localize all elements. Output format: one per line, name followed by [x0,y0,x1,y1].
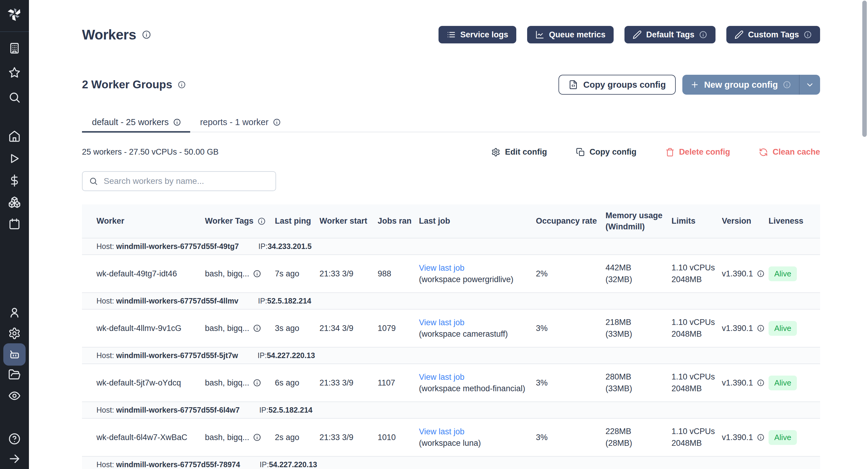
host-row: Host: windmill-workers-67757d55f-6l4w7 I… [82,402,820,418]
host-row: Host: windmill-workers-67757d55f-78974 I… [82,456,820,469]
delete-config-button[interactable]: Delete config [665,147,730,157]
view-last-job-link[interactable]: View last job [419,373,464,382]
worker-row: wk-default-5jt7w-oYdcq bash, bigq... 6s … [82,364,820,402]
worker-group-tabs: default - 25 workers reports - 1 worker [82,113,820,132]
plus-icon [690,80,699,89]
dollar-icon[interactable] [0,174,29,187]
last-job-workspace: (workspace powergridlive) [419,275,530,284]
occupancy-rate: 3% [536,309,606,347]
host-name: windmill-workers-67757d55f-5jt7w [116,351,238,359]
eye-icon[interactable] [0,389,29,402]
host-ip: 52.5.182.214 [269,406,313,414]
worker-row: wk-default-4llmv-9v1cG bash, bigq... 3s … [82,309,820,347]
calendar-icon[interactable] [0,218,29,230]
page-title: Workers [82,27,136,43]
edit-config-button[interactable]: Edit config [491,147,547,157]
host-ip: 54.227.220.13 [267,351,315,359]
new-group-config-dropdown[interactable] [799,75,820,95]
liveness-badge: Alive [769,430,797,445]
worker-name: wk-default-49tg7-idt46 [82,255,205,293]
chevron-down-icon [805,80,814,89]
host-name: windmill-workers-67757d55f-6l4w7 [116,406,240,414]
jobs-ran: 1010 [378,418,419,456]
col-version: Version [722,205,769,238]
info-icon[interactable] [253,324,261,333]
worker-tags: bash, bigq... [205,433,249,442]
tab-default[interactable]: default - 25 workers [82,113,190,133]
version: v1.390.1 [722,364,769,402]
default-tags-button[interactable]: Default Tags [624,26,715,43]
pencil-icon [632,30,642,39]
last-job-workspace: (workspace method-financial) [419,384,530,393]
building-icon[interactable] [0,42,29,55]
settings-icon[interactable] [0,327,29,340]
windmill-logo[interactable] [0,6,29,22]
gear-icon [491,148,500,157]
info-icon[interactable] [273,118,281,126]
info-icon[interactable] [757,433,765,441]
version: v1.390.1 [722,309,769,347]
occupancy-rate: 3% [536,418,606,456]
memory-usage: 280MB(33MB) [606,364,672,402]
clean-cache-button[interactable]: Clean cache [759,147,820,157]
col-memory-usage: Memory usage (Windmill) [606,205,672,238]
info-icon[interactable] [757,379,765,387]
copy-groups-config-button[interactable]: Copy groups config [558,75,676,95]
home-icon[interactable] [0,130,29,143]
view-last-job-link[interactable]: View last job [419,427,464,436]
worker-start: 21:33 3/9 [319,418,378,456]
col-occupancy-rate: Occupancy rate [536,205,606,238]
info-icon[interactable] [173,118,181,126]
info-icon[interactable] [253,379,261,387]
boxes-icon[interactable] [0,196,29,209]
view-last-job-link[interactable]: View last job [419,318,464,327]
custom-tags-button[interactable]: Custom Tags [726,26,820,43]
info-icon [699,30,707,39]
host-ip: 54.227.220.13 [269,460,317,469]
search-icon[interactable] [0,91,29,104]
group-summary: 25 workers - 27.50 vCPUs - 50.00 GB [82,147,218,157]
col-limits: Limits [672,205,722,238]
view-last-job-link[interactable]: View last job [419,263,464,273]
play-icon[interactable] [0,152,29,165]
host-ip: 34.233.201.5 [268,242,312,250]
star-icon[interactable] [0,66,29,79]
folder-icon[interactable] [0,368,29,381]
host-row: Host: windmill-workers-67757d55f-4llmv I… [82,293,820,309]
info-icon[interactable] [253,270,261,278]
memory-usage: 218MB(33MB) [606,309,672,347]
jobs-ran: 1079 [378,309,419,347]
chart-icon [535,30,544,39]
queue-metrics-button[interactable]: Queue metrics [527,26,614,43]
info-icon[interactable] [757,270,765,278]
table-header-row: Worker Worker Tags Last ping Worker star… [82,205,820,238]
last-job-workspace: (workspace luna) [419,439,530,448]
col-last-job: Last job [419,205,536,238]
worker-groups-info-icon[interactable] [178,81,186,89]
copy-config-button[interactable]: Copy config [576,147,637,157]
sidebar-divider [0,31,29,32]
worker-row: wk-default-6l4w7-XwBaC bash, bigq... 2s … [82,418,820,456]
search-workers-input[interactable] [104,176,269,186]
memory-usage: 228MB(28MB) [606,418,672,456]
occupancy-rate: 3% [536,364,606,402]
info-icon[interactable] [253,433,261,442]
info-icon[interactable] [257,217,266,225]
host-name: windmill-workers-67757d55f-4llmv [116,296,239,305]
col-jobs-ran: Jobs ran [378,205,419,238]
info-icon[interactable] [757,324,765,332]
service-logs-button[interactable]: Service logs [438,26,516,43]
new-group-config-button[interactable]: New group config [682,75,820,95]
help-icon[interactable] [0,433,29,445]
vertical-scrollbar[interactable] [862,1,867,137]
last-job-workspace: (workspace camerastuff) [419,330,530,339]
arrow-right-icon[interactable] [0,452,29,465]
limits: 1.10 vCPUs2048MB [672,309,722,347]
worker-start: 21:33 3/9 [319,364,378,402]
tab-reports[interactable]: reports - 1 worker [190,113,290,133]
robot-worker-icon[interactable] [3,343,26,366]
workers-info-icon[interactable] [142,30,151,39]
worker-start: 21:34 3/9 [319,309,378,347]
user-icon[interactable] [0,306,29,319]
copy-icon [576,148,585,157]
